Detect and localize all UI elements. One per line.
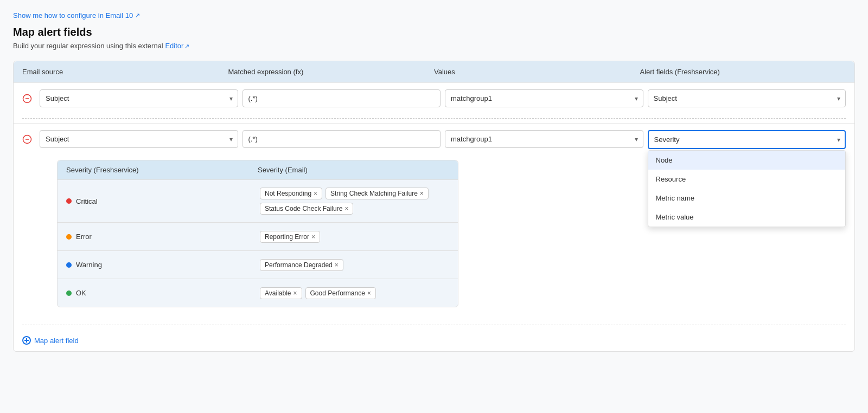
tag-not-responding: Not Responding × bbox=[260, 188, 322, 199]
tag-available: Available × bbox=[260, 287, 302, 299]
values-select-2[interactable]: matchgroup1 matchgroup2 matchgroup3 bbox=[445, 130, 643, 148]
ok-tags: Available × Good Performance × bbox=[260, 287, 449, 299]
remove-not-responding[interactable]: × bbox=[314, 190, 317, 197]
remove-status-code[interactable]: × bbox=[344, 205, 348, 212]
dropdown-item-resource[interactable]: Resource bbox=[648, 170, 846, 189]
tag-string-check: String Check Matching Failure × bbox=[326, 188, 429, 199]
table-row-2: Subject Body From To matchgroup1 matchgr… bbox=[14, 123, 854, 156]
remove-row2-button[interactable] bbox=[22, 134, 32, 144]
warning-dot bbox=[66, 262, 72, 268]
critical-dot bbox=[66, 198, 72, 204]
remove-available[interactable]: × bbox=[293, 290, 297, 296]
alert-field-dropdown-open: Node Resource Metric name Metric value bbox=[648, 150, 846, 227]
remove-good-performance[interactable]: × bbox=[367, 290, 371, 296]
page-subtitle: Build your regular expression using this… bbox=[13, 42, 855, 50]
critical-tags: Not Responding × String Check Matching F… bbox=[260, 188, 449, 215]
severity-table: Severity (Freshservice) Severity (Email)… bbox=[57, 160, 458, 307]
dropdown-item-metric-value[interactable]: Metric value bbox=[648, 208, 846, 227]
expression-input-2[interactable] bbox=[242, 130, 441, 148]
tag-performance-degraded: Performance Degraded × bbox=[260, 259, 343, 271]
error-tags: Reporting Error × bbox=[260, 231, 449, 243]
dropdown-item-metric-name[interactable]: Metric name bbox=[648, 189, 846, 208]
severity-email-header: Severity (Email) bbox=[258, 166, 449, 174]
alert-field-dropdown-2[interactable]: Severity Subject Node Resource Metric na… bbox=[648, 130, 846, 149]
tag-status-code: Status Code Check Failure × bbox=[260, 203, 353, 215]
values-select-1[interactable]: matchgroup1 matchgroup2 matchgroup3 bbox=[445, 89, 643, 107]
email-source-dropdown-1[interactable]: Subject Body From To bbox=[40, 89, 238, 107]
email-source-dropdown-2[interactable]: Subject Body From To bbox=[40, 130, 238, 148]
remove-row1-button[interactable] bbox=[22, 94, 32, 104]
severity-row-critical: Critical Not Responding × String Check M… bbox=[58, 179, 458, 222]
alert-field-select-2[interactable]: Severity Subject Node Resource Metric na… bbox=[648, 130, 846, 149]
table-header: Email source Matched expression (fx) Val… bbox=[14, 61, 854, 82]
alert-field-select-1[interactable]: Subject Severity Node Resource Metric na… bbox=[648, 89, 846, 107]
email-source-select-1[interactable]: Subject Body From To bbox=[40, 89, 238, 107]
row-divider bbox=[22, 118, 846, 119]
values-dropdown-1[interactable]: matchgroup1 matchgroup2 matchgroup3 bbox=[445, 89, 643, 107]
col-values: Values bbox=[434, 68, 640, 76]
severity-row-warning: Warning Performance Degraded × bbox=[58, 250, 458, 279]
remove-reporting-error[interactable]: × bbox=[311, 234, 315, 240]
tag-good-performance: Good Performance × bbox=[305, 287, 376, 299]
tag-reporting-error: Reporting Error × bbox=[260, 231, 320, 243]
remove-string-check[interactable]: × bbox=[420, 190, 424, 197]
page-title: Map alert fields bbox=[13, 26, 855, 38]
ok-label: OK bbox=[66, 289, 256, 297]
col-matched-expression: Matched expression (fx) bbox=[228, 68, 435, 76]
ok-dot bbox=[66, 291, 72, 296]
warning-label: Warning bbox=[66, 261, 256, 269]
expression-input-1[interactable] bbox=[242, 89, 441, 107]
configure-email-link[interactable]: Show me how to configure in Email 10 bbox=[13, 11, 140, 20]
remove-performance-degraded[interactable]: × bbox=[335, 262, 339, 268]
email-source-select-2[interactable]: Subject Body From To bbox=[40, 130, 238, 148]
values-dropdown-2[interactable]: matchgroup1 matchgroup2 matchgroup3 bbox=[445, 130, 643, 148]
matched-expression-field-1[interactable] bbox=[242, 89, 441, 107]
critical-label: Critical bbox=[66, 197, 256, 205]
col-email-source: Email source bbox=[22, 68, 228, 76]
error-label: Error bbox=[66, 233, 256, 241]
table-row: Subject Body From To matchgroup1 matchgr… bbox=[14, 82, 854, 114]
error-dot bbox=[66, 234, 72, 240]
severity-row-ok: OK Available × Good Performance × bbox=[58, 279, 458, 307]
matched-expression-field-2[interactable] bbox=[242, 130, 441, 148]
add-alert-field-button[interactable]: Map alert field bbox=[14, 330, 87, 351]
editor-link[interactable]: Editor bbox=[165, 42, 189, 50]
plus-circle-icon bbox=[22, 336, 31, 345]
severity-freshservice-header: Severity (Freshservice) bbox=[66, 166, 258, 174]
alert-field-dropdown-1[interactable]: Subject Severity Node Resource Metric na… bbox=[648, 89, 846, 107]
warning-tags: Performance Degraded × bbox=[260, 259, 449, 271]
dropdown-item-node[interactable]: Node bbox=[648, 151, 846, 170]
bottom-divider bbox=[22, 325, 846, 325]
severity-table-header: Severity (Freshservice) Severity (Email) bbox=[58, 160, 458, 179]
severity-row-error: Error Reporting Error × bbox=[58, 222, 458, 250]
col-alert-fields: Alert fields (Freshservice) bbox=[640, 68, 846, 76]
add-field-section: Map alert field bbox=[14, 330, 854, 351]
alert-fields-table: Email source Matched expression (fx) Val… bbox=[13, 61, 855, 352]
